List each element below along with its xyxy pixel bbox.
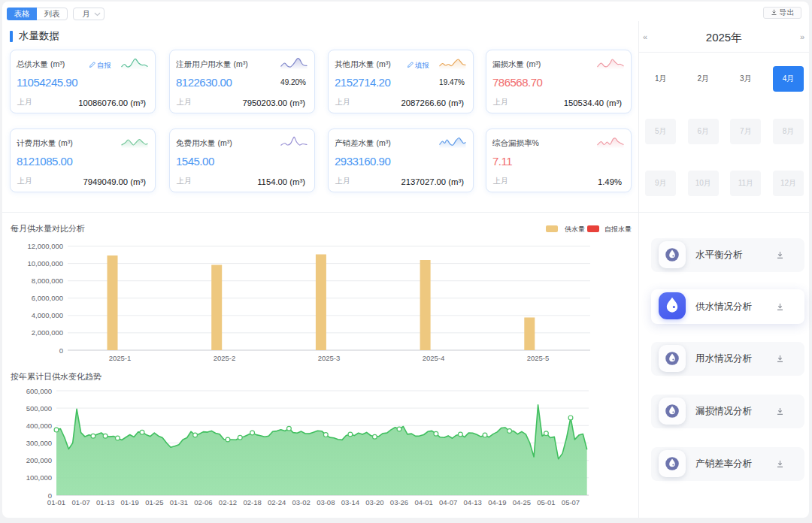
svg-text:02-12: 02-12	[219, 498, 237, 506]
svg-text:4,000,000: 4,000,000	[32, 311, 63, 319]
svg-text:02-24: 02-24	[268, 498, 286, 506]
svg-text:2025-4: 2025-4	[423, 354, 445, 362]
svg-text:04-19: 04-19	[488, 498, 506, 506]
svg-text:0: 0	[59, 346, 63, 355]
svg-text:02-18: 02-18	[243, 498, 261, 506]
svg-text:03-14: 03-14	[341, 498, 359, 506]
svg-text:05-01: 05-01	[537, 498, 555, 506]
svg-text:03-20: 03-20	[365, 498, 383, 506]
svg-text:2025-1: 2025-1	[109, 354, 132, 362]
svg-text:供水量: 供水量	[565, 225, 585, 233]
svg-text:6,000,000: 6,000,000	[32, 294, 63, 302]
svg-text:01-13: 01-13	[96, 498, 114, 506]
svg-text:2025-5: 2025-5	[527, 354, 550, 362]
svg-text:8,000,000: 8,000,000	[32, 277, 63, 285]
svg-text:12,000,000: 12,000,000	[27, 242, 63, 250]
svg-text:02-06: 02-06	[194, 498, 212, 506]
svg-text:200,000: 200,000	[26, 456, 52, 464]
svg-text:04-07: 04-07	[439, 498, 457, 506]
svg-text:01-25: 01-25	[145, 498, 163, 506]
svg-text:03-26: 03-26	[390, 498, 408, 506]
svg-text:03-08: 03-08	[317, 498, 335, 506]
svg-text:01-01: 01-01	[47, 498, 65, 506]
svg-text:自报水量: 自报水量	[604, 225, 632, 233]
svg-text:04-13: 04-13	[464, 498, 482, 506]
svg-text:01-19: 01-19	[121, 498, 139, 506]
svg-text:400,000: 400,000	[26, 422, 52, 430]
svg-text:03-02: 03-02	[292, 498, 311, 506]
svg-text:300,000: 300,000	[26, 439, 52, 447]
svg-text:2025-2: 2025-2	[214, 354, 236, 362]
svg-text:01-31: 01-31	[170, 498, 188, 506]
svg-text:2,000,000: 2,000,000	[32, 328, 63, 337]
svg-text:01-07: 01-07	[71, 498, 89, 506]
svg-text:600,000: 600,000	[26, 387, 52, 395]
svg-text:05-07: 05-07	[562, 498, 580, 506]
svg-text:2025-3: 2025-3	[318, 354, 341, 362]
svg-text:100,000: 100,000	[26, 473, 52, 482]
svg-text:10,000,000: 10,000,000	[27, 259, 63, 268]
svg-text:500,000: 500,000	[26, 404, 52, 413]
svg-text:04-25: 04-25	[513, 498, 531, 506]
svg-text:04-01: 04-01	[414, 498, 432, 506]
